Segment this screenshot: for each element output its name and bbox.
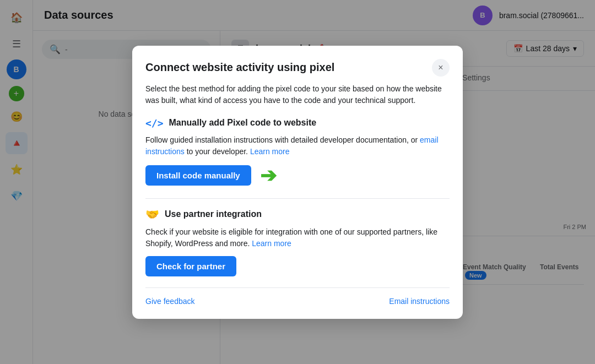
manual-button-row: Install code manually ➔ (145, 164, 450, 187)
learn-more-link-1[interactable]: Learn more (250, 147, 290, 156)
learn-more-link-2[interactable]: Learn more (252, 239, 291, 248)
section-divider (145, 198, 450, 199)
give-feedback-link[interactable]: Give feedback (145, 297, 195, 306)
partner-section-desc: Check if your website is eligible for in… (145, 226, 450, 249)
modal-dialog: Connect website activity using pixel × S… (132, 46, 463, 319)
manual-section-header: </> Manually add Pixel code to website (145, 117, 450, 129)
install-code-manually-button[interactable]: Install code manually (145, 165, 251, 186)
manual-section: </> Manually add Pixel code to website F… (145, 117, 450, 187)
modal-overlay: Connect website activity using pixel × S… (0, 0, 595, 364)
close-button[interactable]: × (432, 59, 450, 77)
modal-title: Connect website activity using pixel (145, 61, 334, 74)
modal-header: Connect website activity using pixel × (145, 59, 450, 77)
check-for-partner-button[interactable]: Check for partner (145, 256, 236, 276)
email-instructions-footer-link[interactable]: Email instructions (389, 297, 450, 306)
green-arrow: ➔ (260, 164, 277, 187)
modal-description: Select the best method for adding the pi… (145, 83, 450, 106)
code-icon: </> (145, 117, 164, 129)
manual-section-desc: Follow guided installation instructions … (145, 134, 450, 157)
manual-section-title: Manually add Pixel code to website (169, 118, 317, 128)
modal-footer: Give feedback Email instructions (145, 287, 450, 306)
partner-section-header: 🤝 Use partner integration (145, 208, 450, 221)
partner-section-title: Use partner integration (165, 209, 262, 219)
partner-icon: 🤝 (145, 208, 159, 221)
partner-section: 🤝 Use partner integration Check if your … (145, 208, 450, 276)
